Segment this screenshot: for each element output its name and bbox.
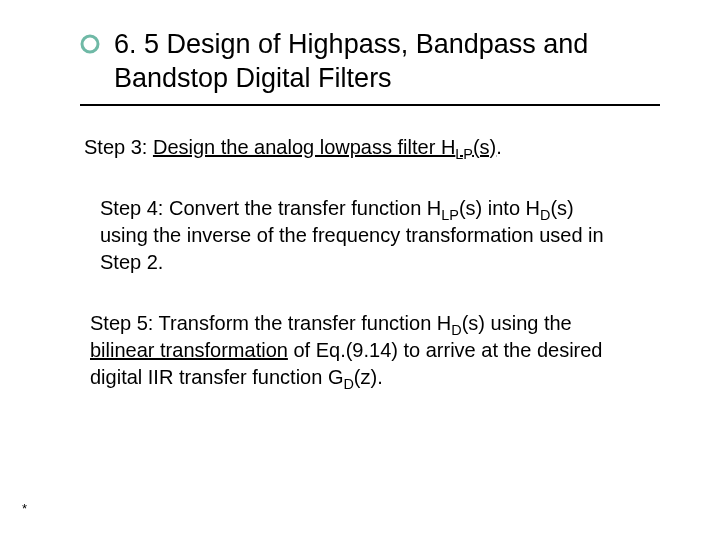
title-underline (80, 104, 660, 106)
step-5: Step 5: Transform the transfer function … (90, 310, 660, 391)
step-3: Step 3: Design the analog lowpass filter… (84, 134, 660, 161)
title-row: 6. 5 Design of Highpass, Bandpass and Ba… (80, 28, 660, 96)
step-4: Step 4: Convert the transfer function HL… (100, 195, 660, 276)
svg-point-0 (82, 36, 98, 52)
ring-bullet-icon (80, 34, 100, 58)
slide-content: 6. 5 Design of Highpass, Bandpass and Ba… (0, 0, 720, 391)
step3-underlined: Design the analog lowpass filter HLP(s) (153, 136, 496, 158)
slide-title: 6. 5 Design of Highpass, Bandpass and Ba… (114, 28, 660, 96)
step3-suffix: . (496, 136, 502, 158)
step5-underlined: bilinear transformation (90, 339, 288, 361)
step3-prefix: Step 3: (84, 136, 153, 158)
footnote-marker: * (22, 501, 27, 516)
